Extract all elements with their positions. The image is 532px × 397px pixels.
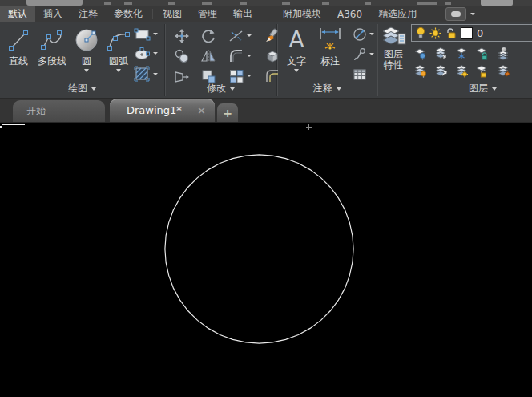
hatch-button[interactable]: [133, 64, 163, 83]
close-icon[interactable]: ×: [197, 104, 206, 116]
ribbon-toggle-caret-icon[interactable]: [470, 13, 475, 15]
trim-button[interactable]: [221, 26, 258, 46]
ribbon-tab-annotate[interactable]: 注释: [71, 6, 106, 22]
layer-off-icon: [413, 63, 427, 78]
plus-icon: +: [223, 107, 232, 120]
ellipse-icon: [133, 47, 151, 61]
layer-unlock-icon: [475, 63, 490, 78]
dimension-label: 标注: [320, 55, 340, 67]
ribbon-tab-default[interactable]: 默认: [0, 6, 35, 22]
layer-freeze-icon: [454, 46, 469, 60]
bulb-on-icon: [416, 26, 425, 39]
fillet-icon: [228, 48, 244, 64]
current-layer-name: 0: [477, 27, 483, 39]
text-button[interactable]: A 文字: [280, 25, 312, 72]
move-button[interactable]: [168, 26, 195, 46]
table-icon: [353, 67, 367, 82]
panel-annotate: A 文字: [277, 22, 377, 98]
polyline-button[interactable]: 多段线: [34, 25, 71, 72]
circle-label: 圆: [82, 55, 91, 67]
layer-thaw-button[interactable]: [453, 62, 474, 79]
rotate-button[interactable]: [195, 26, 221, 46]
layer-isolate-button[interactable]: [494, 44, 515, 62]
leader-flyout-caret-icon[interactable]: [369, 53, 374, 55]
ribbon-tab-manage[interactable]: 管理: [190, 6, 225, 22]
titlebar-clipped-strip: [0, 0, 532, 6]
file-tab-start[interactable]: 开始: [13, 100, 105, 122]
file-tab-drawing1-label: Drawing1*: [127, 104, 182, 116]
ellipse-button[interactable]: [133, 45, 163, 62]
panel-expand-caret-icon: [91, 87, 96, 91]
circle-button[interactable]: 圆: [71, 25, 103, 72]
panel-layers: 图层 特性: [377, 22, 532, 98]
ribbon-tab-addins[interactable]: 附加模块: [275, 6, 329, 22]
diameter-dimension-icon: [353, 27, 367, 42]
diameter-dimension-button[interactable]: [353, 26, 377, 43]
ribbon-tab-featured-apps[interactable]: 精选应用: [370, 6, 425, 22]
rectangle-button[interactable]: [133, 26, 163, 43]
drawing-canvas[interactable]: [0, 123, 532, 397]
panel-layers-label[interactable]: 图层: [377, 82, 497, 95]
ribbon-display-toggle[interactable]: [445, 7, 466, 21]
ribbon-tab-output[interactable]: 输出: [225, 6, 260, 22]
layer-make-current-button[interactable]: [411, 44, 432, 62]
layer-move-button[interactable]: [432, 62, 453, 79]
file-tab-start-label: 开始: [26, 104, 46, 118]
ellipse-flyout-caret-icon[interactable]: [153, 52, 158, 55]
layer-isolate-icon: [496, 46, 510, 60]
arc-button[interactable]: 圆弧: [103, 25, 135, 72]
trim-flyout-caret-icon[interactable]: [247, 34, 252, 37]
file-tab-bar: 开始 Drawing1* × +: [0, 98, 532, 123]
rectangle-flyout-caret-icon[interactable]: [153, 33, 158, 35]
file-tab-drawing1[interactable]: Drawing1* ×: [110, 99, 215, 122]
ribbon-tab-insert[interactable]: 插入: [35, 6, 71, 22]
layer-lock-button[interactable]: [474, 44, 494, 62]
trim-icon: [228, 28, 244, 44]
mirror-button[interactable]: [195, 46, 221, 66]
arc-flyout-caret-icon[interactable]: [116, 69, 121, 72]
linear-dimension-icon: [317, 26, 343, 55]
ribbon: 直线 多段线: [0, 22, 532, 98]
drawn-circle[interactable]: [165, 155, 353, 343]
dim-flyout-caret-icon[interactable]: [369, 33, 374, 35]
unlock-icon: [445, 27, 457, 39]
layer-merge-button[interactable]: [494, 62, 515, 79]
new-tab-button[interactable]: +: [217, 103, 238, 122]
table-button[interactable]: [353, 66, 377, 83]
hatch-flyout-caret-icon[interactable]: [153, 73, 158, 75]
circle-flyout-caret-icon[interactable]: [84, 69, 89, 72]
fillet-button[interactable]: [221, 46, 258, 66]
layer-merge-icon: [496, 63, 510, 78]
layer-freeze-button[interactable]: [453, 44, 474, 62]
ribbon-tab-parametric[interactable]: 参数化: [106, 6, 151, 22]
dimension-button[interactable]: 标注: [312, 25, 348, 72]
layer-properties-label-2: 特性: [384, 59, 403, 71]
text-flyout-caret-icon[interactable]: [294, 69, 299, 72]
layer-thaw-icon: [454, 63, 469, 78]
layer-off-button[interactable]: [411, 62, 432, 79]
panel-annotate-label[interactable]: 注释: [277, 82, 377, 95]
copy-icon: [174, 48, 190, 64]
fillet-flyout-caret-icon[interactable]: [247, 55, 252, 57]
array-flyout-caret-icon[interactable]: [247, 75, 252, 77]
line-button[interactable]: 直线: [3, 25, 34, 72]
line-label: 直线: [9, 55, 28, 67]
layer-walk-button[interactable]: [432, 44, 453, 62]
panel-expand-caret-icon: [492, 87, 497, 91]
layer-unlock-button[interactable]: [474, 62, 494, 79]
layer-properties-button[interactable]: 图层 特性: [377, 24, 409, 71]
mirror-icon: [200, 48, 216, 64]
copy-button[interactable]: [168, 46, 195, 66]
ribbon-tab-a360[interactable]: A360: [329, 6, 370, 22]
polyline-icon: [39, 26, 65, 55]
cursor-blip: [306, 124, 312, 130]
ribbon-tab-view[interactable]: 视图: [155, 6, 190, 22]
leader-button[interactable]: [353, 46, 377, 63]
panel-draw-label[interactable]: 绘图: [0, 82, 164, 95]
text-icon: A: [288, 26, 304, 55]
layer-properties-label-1: 图层: [384, 48, 403, 59]
autocad-window: 默认 插入 注释 参数化 视图 管理 输出 附加模块 A360 精选应用: [0, 0, 532, 397]
panel-modify-label[interactable]: 修改: [165, 82, 276, 95]
layer-selector[interactable]: 0: [411, 24, 532, 42]
panel-expand-caret-icon: [230, 87, 235, 91]
